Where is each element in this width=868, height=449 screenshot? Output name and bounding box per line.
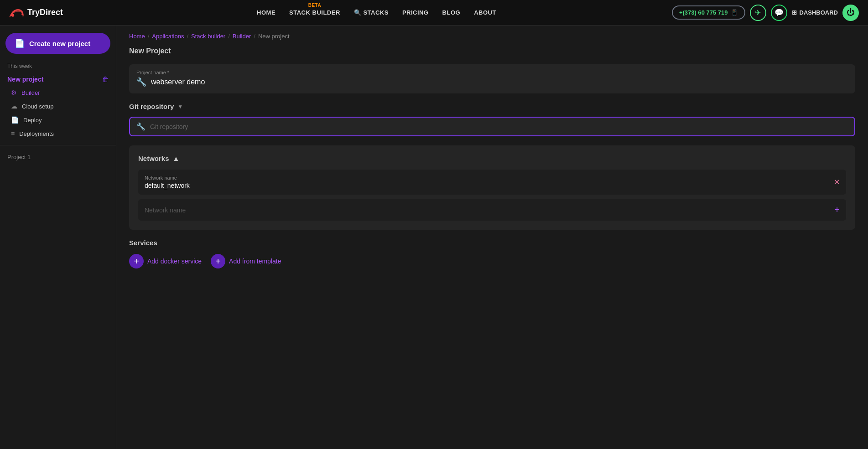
whatsapp-icon: 💬 bbox=[774, 8, 784, 17]
logo-icon bbox=[9, 7, 24, 18]
networks-label: Networks bbox=[138, 155, 169, 162]
breadcrumb-sep-1: / bbox=[148, 33, 150, 40]
sidebar-project-item-new: New project 🗑 bbox=[0, 73, 116, 86]
breadcrumb-sep-4: / bbox=[254, 33, 255, 40]
delete-project-icon[interactable]: 🗑 bbox=[102, 76, 109, 83]
project-name-value-wrapper: 🔧 webserver demo bbox=[136, 77, 848, 87]
nav-blog[interactable]: BLOG bbox=[442, 9, 461, 16]
network-item-content: Network name default_network bbox=[145, 175, 190, 189]
layout: 📄 Create new project This week New proje… bbox=[0, 26, 868, 449]
project-name-label: Project name * bbox=[136, 70, 848, 75]
git-repository-input[interactable] bbox=[150, 123, 848, 130]
nav-right: +(373) 60 775 719 📱 ✈ 💬 ⊞ DASHBOARD ⏻ bbox=[672, 5, 859, 21]
sidebar-item-deployments[interactable]: ≡ Deployments bbox=[0, 127, 116, 140]
phone-icon: 📱 bbox=[731, 9, 738, 16]
sidebar: 📄 Create new project This week New proje… bbox=[0, 26, 116, 449]
dashboard-label: DASHBOARD bbox=[800, 9, 838, 16]
sidebar-project-name[interactable]: New project bbox=[7, 76, 43, 83]
sidebar-item-builder[interactable]: ⚙ Builder bbox=[0, 86, 116, 99]
services-title: Services bbox=[129, 239, 855, 247]
add-docker-plus-icon: + bbox=[129, 254, 144, 268]
add-network-button[interactable]: + bbox=[834, 205, 840, 215]
gear-icon: ⚙ bbox=[11, 89, 17, 96]
telegram-icon: ✈ bbox=[755, 8, 761, 17]
telegram-button[interactable]: ✈ bbox=[750, 5, 766, 21]
cloud-icon: ☁ bbox=[11, 103, 17, 110]
nav-about[interactable]: ABOUT bbox=[474, 9, 496, 16]
phone-button[interactable]: +(373) 60 775 719 📱 bbox=[672, 5, 745, 20]
network-name-input[interactable] bbox=[145, 206, 834, 214]
sidebar-item-project1[interactable]: Project 1 bbox=[0, 150, 116, 164]
remove-network-button[interactable]: ✕ bbox=[834, 178, 840, 186]
file-icon: 📄 bbox=[11, 116, 19, 124]
project-name-icon: 🔧 bbox=[136, 77, 146, 87]
sidebar-item-deploy-label: Deploy bbox=[23, 117, 42, 124]
breadcrumb-home[interactable]: Home bbox=[129, 33, 145, 40]
git-chevron-icon: ▼ bbox=[177, 103, 183, 110]
sidebar-section-label: This week bbox=[0, 63, 116, 73]
create-project-icon: 📄 bbox=[15, 38, 25, 48]
form-title: New Project bbox=[129, 47, 855, 55]
add-docker-label: Add docker service bbox=[147, 258, 202, 265]
nav-home[interactable]: HOME bbox=[257, 9, 275, 16]
sidebar-item-deployments-label: Deployments bbox=[19, 130, 54, 137]
form-container: New Project Project name * 🔧 webserver d… bbox=[116, 47, 868, 296]
power-button[interactable]: ⏻ bbox=[842, 5, 859, 21]
git-section-header[interactable]: Git repository ▼ bbox=[129, 103, 855, 110]
network-item-default: Network name default_network ✕ bbox=[138, 170, 846, 195]
sidebar-divider bbox=[0, 145, 116, 145]
git-section-label: Git repository bbox=[129, 103, 174, 110]
breadcrumb-current: New project bbox=[258, 33, 290, 40]
breadcrumb-builder[interactable]: Builder bbox=[233, 33, 251, 40]
network-add-row: + bbox=[138, 199, 846, 221]
breadcrumb: Home / Applications / Stack builder / Bu… bbox=[116, 26, 868, 47]
main-content: Home / Applications / Stack builder / Bu… bbox=[116, 26, 868, 449]
networks-section: Networks ▲ Network name default_network … bbox=[129, 145, 855, 230]
svg-point-0 bbox=[11, 14, 14, 16]
services-buttons: + Add docker service + Add from template bbox=[129, 254, 855, 268]
network-name-label: Network name bbox=[145, 175, 190, 181]
add-template-plus-icon: + bbox=[211, 254, 225, 268]
list-icon: ≡ bbox=[11, 130, 15, 137]
git-repo-icon: 🔧 bbox=[136, 122, 146, 131]
add-template-label: Add from template bbox=[229, 258, 281, 265]
whatsapp-button[interactable]: 💬 bbox=[771, 5, 787, 21]
dashboard-button[interactable]: ⊞ DASHBOARD bbox=[792, 9, 838, 16]
add-docker-service-button[interactable]: + Add docker service bbox=[129, 254, 202, 268]
create-project-label: Create new project bbox=[29, 40, 90, 47]
dashboard-icon: ⊞ bbox=[792, 9, 797, 16]
sidebar-item-deploy[interactable]: 📄 Deploy bbox=[0, 113, 116, 127]
navbar: TryDirect HOME BETA STACK BUILDER 🔍 STAC… bbox=[0, 0, 868, 26]
nav-pricing[interactable]: PRICING bbox=[402, 9, 429, 16]
logo-text: TryDirect bbox=[27, 8, 63, 17]
beta-badge: BETA bbox=[308, 3, 321, 8]
breadcrumb-applications[interactable]: Applications bbox=[152, 33, 184, 40]
create-project-button[interactable]: 📄 Create new project bbox=[5, 33, 110, 54]
breadcrumb-sep-3: / bbox=[228, 33, 230, 40]
breadcrumb-sep-2: / bbox=[187, 33, 188, 40]
networks-header[interactable]: Networks ▲ bbox=[138, 155, 846, 162]
nav-stack-builder[interactable]: BETA STACK BUILDER bbox=[289, 9, 340, 16]
sidebar-item-cloud-setup[interactable]: ☁ Cloud setup bbox=[0, 99, 116, 113]
phone-number: +(373) 60 775 719 bbox=[679, 9, 728, 16]
power-icon: ⏻ bbox=[847, 8, 855, 17]
breadcrumb-stack-builder[interactable]: Stack builder bbox=[191, 33, 225, 40]
logo[interactable]: TryDirect bbox=[9, 7, 63, 18]
add-template-button[interactable]: + Add from template bbox=[211, 254, 281, 268]
sidebar-item-builder-label: Builder bbox=[21, 89, 40, 96]
network-name-value: default_network bbox=[145, 182, 190, 189]
sidebar-item-cloud-label: Cloud setup bbox=[22, 103, 53, 110]
nav-links: HOME BETA STACK BUILDER 🔍 STACKS PRICING… bbox=[81, 9, 672, 16]
networks-chevron-icon: ▲ bbox=[173, 155, 180, 162]
project-name-value: webserver demo bbox=[151, 78, 205, 86]
git-input-wrapper: 🔧 bbox=[129, 117, 855, 136]
project-name-card: Project name * 🔧 webserver demo bbox=[129, 64, 855, 93]
nav-stacks[interactable]: 🔍 STACKS bbox=[354, 9, 389, 16]
services-section: Services + Add docker service + Add from… bbox=[129, 239, 855, 268]
